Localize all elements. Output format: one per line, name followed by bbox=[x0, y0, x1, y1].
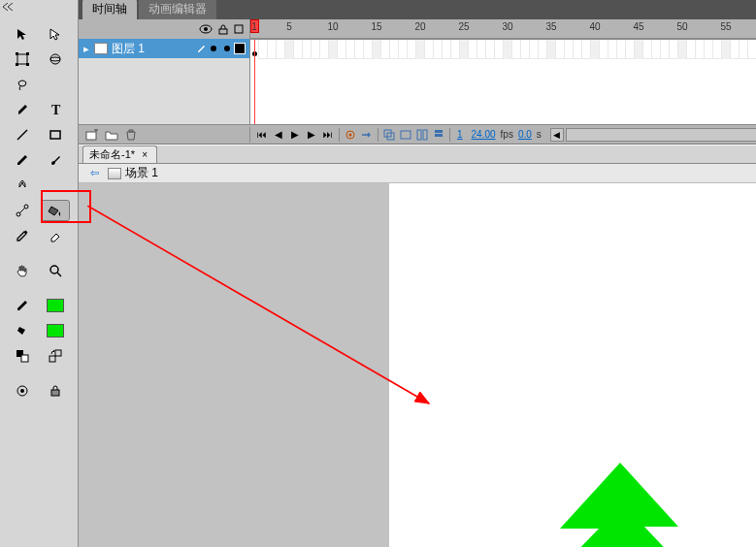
frame-cell[interactable] bbox=[740, 40, 748, 59]
document-tab[interactable]: 未命名-1* × bbox=[82, 145, 157, 163]
frame-cell[interactable] bbox=[565, 40, 574, 59]
frame-cell[interactable] bbox=[600, 40, 608, 59]
frame-cell[interactable] bbox=[486, 40, 495, 59]
lock-column-icon[interactable] bbox=[218, 24, 228, 35]
swap-colors-button[interactable] bbox=[41, 345, 70, 367]
frame-cell[interactable] bbox=[652, 40, 661, 59]
back-button[interactable]: ⇦ bbox=[86, 167, 102, 180]
tab-anim-editor[interactable]: 动画编辑器 bbox=[139, 0, 216, 19]
timeline-scrollbar[interactable] bbox=[566, 128, 756, 142]
eye-column-icon[interactable] bbox=[199, 24, 213, 34]
default-colors-button[interactable] bbox=[8, 345, 37, 367]
pencil-tool[interactable] bbox=[8, 149, 37, 171]
zoom-tool[interactable] bbox=[41, 260, 70, 281]
play-button[interactable]: ▶ bbox=[287, 127, 303, 143]
frame-cell[interactable] bbox=[460, 40, 469, 59]
prev-frame-button[interactable]: ◀ bbox=[271, 127, 286, 143]
frame-cell[interactable] bbox=[556, 40, 565, 59]
next-frame-button[interactable]: ▶ bbox=[304, 127, 319, 143]
bone-tool[interactable] bbox=[8, 200, 37, 221]
frame-cell[interactable] bbox=[731, 40, 740, 59]
first-frame-button[interactable]: ⏮ bbox=[254, 127, 270, 143]
onion-skin-button[interactable] bbox=[381, 127, 397, 143]
loop-button[interactable] bbox=[359, 127, 375, 143]
frame-cell[interactable] bbox=[722, 40, 731, 59]
frame-cell[interactable] bbox=[582, 40, 591, 59]
frame-cell[interactable] bbox=[678, 40, 687, 59]
frame-cell[interactable] bbox=[635, 40, 643, 59]
frame-cell[interactable] bbox=[381, 40, 390, 59]
frame-cell[interactable] bbox=[705, 40, 713, 59]
layer-row[interactable]: ▸ 图层 1 bbox=[79, 39, 249, 58]
frame-cell[interactable] bbox=[390, 40, 399, 59]
new-layer-button[interactable] bbox=[84, 127, 100, 143]
tree-shape[interactable] bbox=[484, 463, 756, 547]
frame-cell[interactable] bbox=[399, 40, 408, 59]
frame-cell[interactable] bbox=[364, 40, 373, 59]
deco-tool[interactable] bbox=[8, 175, 37, 196]
frame-cell[interactable] bbox=[495, 40, 504, 59]
frame-cell[interactable] bbox=[346, 40, 355, 59]
text-tool[interactable]: T bbox=[41, 99, 70, 120]
frame-cell[interactable] bbox=[661, 40, 670, 59]
frame-cell[interactable] bbox=[713, 40, 722, 59]
pen-tool[interactable] bbox=[8, 99, 37, 120]
scroll-left-button[interactable]: ◀ bbox=[550, 128, 564, 142]
layer-outline-color[interactable] bbox=[234, 43, 246, 54]
frame-cell[interactable] bbox=[329, 40, 338, 59]
center-frame-button[interactable] bbox=[343, 127, 358, 143]
frame-cell[interactable] bbox=[477, 40, 486, 59]
edit-multiple-button[interactable] bbox=[414, 127, 430, 143]
frame-cell[interactable] bbox=[547, 40, 556, 59]
eraser-tool[interactable] bbox=[41, 225, 70, 246]
3d-rotation-tool[interactable] bbox=[41, 48, 70, 70]
canvas-area[interactable] bbox=[79, 183, 756, 547]
frame-cell[interactable] bbox=[451, 40, 460, 59]
frame-cell[interactable] bbox=[608, 40, 617, 59]
frame-cell[interactable] bbox=[530, 40, 539, 59]
fill-color-swatch[interactable] bbox=[41, 320, 70, 341]
frame-cell[interactable] bbox=[268, 40, 277, 59]
collapse-panel-icon[interactable] bbox=[2, 2, 14, 12]
frame-cell[interactable] bbox=[670, 40, 678, 59]
frame-cell[interactable] bbox=[434, 40, 443, 59]
frame-cell[interactable] bbox=[320, 40, 329, 59]
subselection-tool[interactable] bbox=[41, 23, 70, 45]
frame-cell[interactable] bbox=[504, 40, 512, 59]
lasso-tool[interactable] bbox=[8, 74, 37, 95]
fps-value[interactable]: 24.00 bbox=[468, 129, 500, 140]
frame-cell[interactable] bbox=[443, 40, 451, 59]
frame-grid[interactable] bbox=[250, 39, 756, 124]
brush-tool[interactable] bbox=[41, 149, 70, 171]
options-lock-fill[interactable] bbox=[41, 380, 70, 402]
outline-column-icon[interactable] bbox=[234, 24, 244, 34]
frame-cell[interactable] bbox=[416, 40, 425, 59]
frame-cell[interactable] bbox=[355, 40, 364, 59]
frame-cell[interactable] bbox=[408, 40, 416, 59]
layer-name[interactable]: 图层 1 bbox=[112, 41, 193, 57]
new-folder-button[interactable] bbox=[104, 127, 119, 143]
stroke-color-swatch[interactable] bbox=[41, 295, 70, 316]
current-frame-value[interactable]: 1 bbox=[453, 129, 467, 140]
frame-cell[interactable] bbox=[294, 40, 303, 59]
frame-cell[interactable] bbox=[626, 40, 635, 59]
frame-cell[interactable] bbox=[591, 40, 600, 59]
frame-cell[interactable] bbox=[373, 40, 381, 59]
layer-expand-icon[interactable]: ▸ bbox=[82, 43, 90, 55]
tab-timeline[interactable]: 时间轴 bbox=[82, 0, 137, 19]
frame-cell[interactable] bbox=[469, 40, 477, 59]
rectangle-tool[interactable] bbox=[41, 124, 70, 145]
frame-cell[interactable] bbox=[696, 40, 705, 59]
modify-markers-button[interactable] bbox=[431, 127, 446, 143]
frame-cell[interactable] bbox=[285, 40, 294, 59]
frame-cell[interactable] bbox=[617, 40, 626, 59]
last-frame-button[interactable]: ⏭ bbox=[320, 127, 336, 143]
scene-breadcrumb[interactable]: 场景 1 bbox=[108, 165, 158, 181]
frame-cell[interactable] bbox=[338, 40, 346, 59]
frame-cell[interactable] bbox=[574, 40, 582, 59]
elapsed-time-value[interactable]: 0.0 bbox=[514, 129, 536, 140]
frame-cell[interactable] bbox=[312, 40, 320, 59]
frame-cell[interactable] bbox=[277, 40, 285, 59]
frame-cell[interactable] bbox=[512, 40, 521, 59]
hand-tool[interactable] bbox=[8, 260, 37, 281]
